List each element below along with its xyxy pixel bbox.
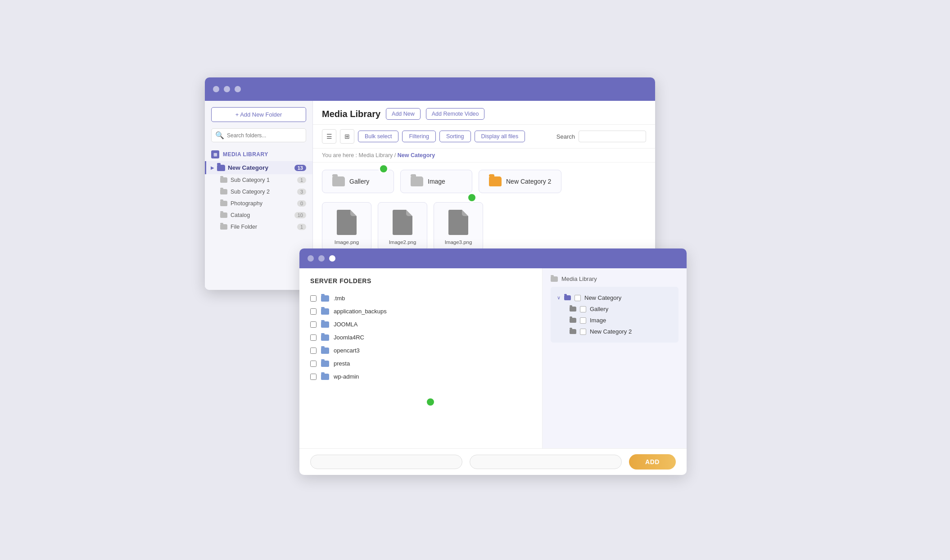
page-title: Media Library [322,109,380,119]
search-icon: 🔍 [215,131,224,140]
folder-row-presta: presta [310,357,531,370]
sidebar-item-sub-category-1[interactable]: Sub Category 1 1 [205,174,312,186]
folder-icon-gallery [332,176,345,186]
checkbox-joomla4rc[interactable] [310,334,317,341]
tree-checkbox-gallery[interactable] [580,306,586,312]
right-panel-header: Media Library [551,275,679,282]
add-remote-video-button[interactable]: Add Remote Video [426,108,485,120]
media-library-label: ⊞ MEDIA LIBRARY [205,148,312,161]
folder-name-image: Image [428,178,445,185]
folder-icon-new-category-2 [489,176,502,186]
dot-5 [318,255,325,262]
sub-badge: 1 [297,224,306,230]
folder-name-tmb: .tmb [334,295,345,302]
folder-icon-tmb [321,295,329,302]
folder-name-opencart3: opencart3 [334,347,360,354]
folder-icon-gray [220,201,227,206]
checkbox-wp-admin[interactable] [310,374,317,380]
toolbar: ☰ ⊞ Bulk select Filtering Sorting Displa… [313,125,655,149]
bottom-input-1[interactable] [310,455,462,469]
folder-card-image[interactable]: Image [400,170,472,193]
file-name-3: Image3.png [445,239,472,245]
sub-badge: 1 [297,177,306,183]
sub-category-name: Sub Category 1 [231,177,270,183]
grid-view-button[interactable]: ⊞ [340,129,354,144]
breadcrumb-root[interactable]: Media Library [359,152,393,158]
file-name-1: Image.png [335,239,359,245]
checkbox-joomla[interactable] [310,321,317,328]
folder-row-tmb: .tmb [310,292,531,305]
file-card-1[interactable]: Image.png [322,202,371,251]
tree-child-name-image: Image [590,317,606,324]
folder-grid: Gallery Image New Category 2 [313,163,655,198]
search-bar: 🔍 [211,128,306,142]
tree-item-root[interactable]: ∨ New Category [557,292,672,303]
folder-icon-gray [220,224,227,230]
folder-name-joomla4rc: Joomla4RC [334,334,364,341]
folder-icon-app-backups [321,308,329,315]
tree-child-image[interactable]: Image [557,315,672,326]
folder-icon-opencart3 [321,348,329,354]
file-card-2[interactable]: Image2.png [378,202,427,251]
folder-name-joomla: JOOMLA [334,321,357,328]
add-button[interactable]: ADD [629,454,676,470]
sidebar-item-new-category[interactable]: ▶ New Category 13 [205,161,312,174]
sidebar-item-catalog[interactable]: Catalog 10 [205,209,312,221]
dot-1 [213,86,219,92]
folder-row-joomla4rc: Joomla4RC [310,331,531,344]
ml-icon: ⊞ [211,150,219,158]
sub-category-name: Sub Category 2 [231,189,270,195]
tree-folder-icon-new-cat-2 [570,329,576,334]
folder-icon-wp-admin [321,374,329,380]
sidebar-item-sub-category-2[interactable]: Sub Category 2 3 [205,186,312,198]
sidebar: + Add New Folder 🔍 ⊞ MEDIA LIBRARY ▶ New… [205,101,313,290]
checkbox-opencart3[interactable] [310,348,317,354]
list-view-button[interactable]: ☰ [322,129,336,144]
bottom-input-2[interactable] [470,455,622,469]
display-all-files-button[interactable]: Display all files [475,131,525,142]
titlebar-1 [205,77,655,101]
tree-checkbox-new-cat-2[interactable] [580,329,586,335]
breadcrumb: You are here : Media Library / New Categ… [313,149,655,163]
right-panel-title: Media Library [561,275,597,282]
filtering-button[interactable]: Filtering [402,131,435,142]
tree-checkbox-image[interactable] [580,317,586,324]
chevron-icon: ▶ [211,165,214,170]
folder-icon-joomla4rc [321,334,329,341]
add-folder-button[interactable]: + Add New Folder [211,107,306,122]
search-input[interactable] [227,132,302,139]
add-new-button[interactable]: Add New [386,108,421,120]
bulk-select-button[interactable]: Bulk select [358,131,398,142]
folder-row-opencart3: opencart3 [310,344,531,357]
window-server-folders: SERVER FOLDERS .tmb application_backups … [299,248,687,475]
dot-2 [224,86,230,92]
sidebar-item-photography[interactable]: Photography 0 [205,198,312,209]
folder-icon-gray [220,189,227,194]
checkbox-tmb[interactable] [310,295,317,302]
main-header: Media Library Add New Add Remote Video [313,101,655,125]
right-panel: Media Library ∨ New Category Gallery [543,268,687,448]
tree-root-name: New Category [584,294,621,301]
tree-child-name-new-category-2: New Category 2 [590,328,632,335]
sorting-button[interactable]: Sorting [439,131,471,142]
category-badge: 13 [294,165,306,171]
green-dot-2 [467,193,477,203]
file-card-3[interactable]: Image3.png [434,202,483,251]
tree-child-gallery[interactable]: Gallery [557,303,672,315]
breadcrumb-prefix: You are here : [322,152,357,158]
file-icon-3 [448,210,468,235]
folder-card-new-category-2[interactable]: New Category 2 [479,170,561,193]
sidebar-item-file-folder[interactable]: File Folder 1 [205,221,312,233]
search-toolbar-input[interactable] [579,131,646,142]
checkbox-app-backups[interactable] [310,308,317,315]
breadcrumb-separator: / [394,152,398,158]
folder-name-wp-admin: wp-admin [334,373,359,380]
tree-child-name-gallery: Gallery [590,306,608,312]
tree-child-new-category-2[interactable]: New Category 2 [557,326,672,337]
tree-checkbox-root[interactable] [575,295,581,301]
tree-folder-icon-image [570,318,576,323]
tree-panel: ∨ New Category Gallery [551,287,679,343]
checkbox-presta[interactable] [310,361,317,367]
dot-3 [235,86,241,92]
rp-folder-icon [551,276,558,282]
